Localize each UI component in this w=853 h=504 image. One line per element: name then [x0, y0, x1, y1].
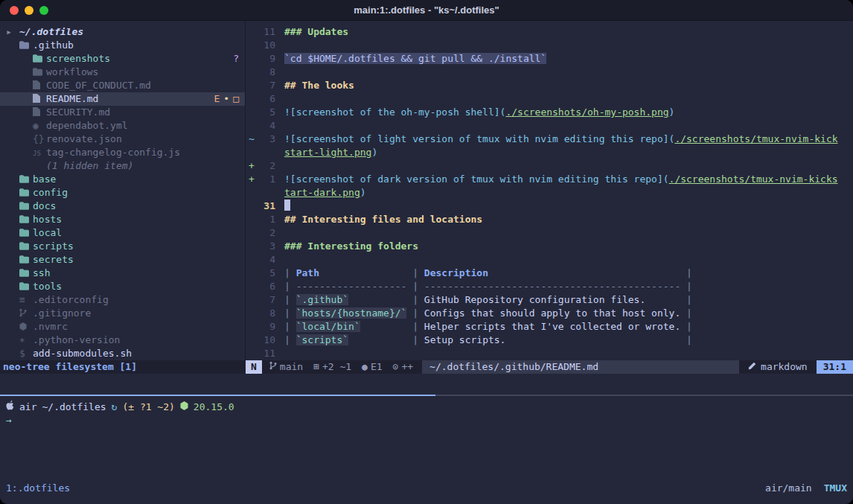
tree-item-local[interactable]: local [0, 226, 245, 240]
editor-line[interactable]: ~3![screenshot of light version of tmux … [246, 133, 853, 146]
editor-line[interactable]: 5| Path | Description | [246, 267, 853, 280]
tree-item-docs[interactable]: docs [0, 200, 245, 213]
text-segment: ./screenshots/tmux-nvim-kicks [669, 173, 838, 185]
editor-line[interactable]: 11 [246, 347, 853, 360]
text-segment: start-light.png [284, 147, 371, 158]
tree-item-readme.md[interactable]: README.mdE•□ [0, 92, 245, 106]
tree-item-secrets[interactable]: secrets [0, 253, 245, 267]
zoom-button[interactable] [39, 6, 48, 15]
folder-icon [19, 213, 33, 226]
editor-line[interactable]: 3### Interesting folders [246, 240, 853, 253]
editor-line[interactable]: +2 [246, 159, 853, 173]
editor-line[interactable]: 4 [246, 253, 853, 267]
close-button[interactable] [10, 6, 19, 15]
line-number: 3 [258, 240, 275, 253]
tree-item-label: (1 hidden item) [46, 160, 133, 171]
shell-pane[interactable]: air ~/.dotfiles ↻ (± ?1 ~2) 20.15.0 → [0, 396, 853, 480]
text-segment: Setup scripts. [424, 334, 506, 345]
editor-line[interactable]: 4 [246, 119, 853, 133]
tree-item-workflows[interactable]: workflows [0, 66, 245, 79]
tree-item-config[interactable]: config [0, 186, 245, 200]
text-segment: | [319, 267, 424, 278]
shell-prompt: air ~/.dotfiles ↻ (± ?1 ~2) 20.15.0 [6, 401, 853, 414]
tree-item-base[interactable]: base [0, 173, 245, 186]
editor-line[interactable]: 5![screenshot of the oh-my-posh shell](.… [246, 106, 853, 119]
editor-line[interactable]: +1![screenshot of dark version of tmux w… [246, 173, 853, 186]
editor-line[interactable]: 6 [246, 92, 853, 106]
tree-item-label: secrets [33, 254, 74, 265]
line-number: 4 [258, 253, 275, 267]
tree-item-tag-changelog-config.js[interactable]: JStag-changelog-config.js [0, 146, 245, 159]
editor-line[interactable]: 8| `hosts/{hostname}/` | Configs that sh… [246, 307, 853, 320]
editor-line[interactable]: 9`cd $HOME/.dotfiles && git pull && ./in… [246, 52, 853, 66]
pencil-icon [748, 360, 756, 374]
tree-item-add-submodules.sh[interactable]: $add-submodules.sh [0, 347, 245, 360]
text-segment: Path [296, 267, 319, 278]
editor-line[interactable]: 11### Updates [246, 25, 853, 39]
tree-item-label: local [33, 227, 62, 238]
tree-item-.github[interactable]: .github [0, 39, 245, 52]
tree-item-scripts[interactable]: scripts [0, 240, 245, 253]
tree-item-label: renovate.json [46, 133, 122, 144]
tree-item-label: README.md [46, 93, 98, 104]
text-segment: | [348, 334, 424, 345]
tree-item-screenshots[interactable]: screenshots? [0, 52, 245, 66]
tree-item-.editorconfig[interactable]: ≡.editorconfig [0, 293, 245, 307]
tree-item-.python-version[interactable]: ∗.python-version [0, 334, 245, 347]
editor-line[interactable]: 31 [246, 200, 853, 213]
editor-line[interactable]: 9| `local/bin` | Helper scripts that I'v… [246, 320, 853, 334]
editor-line[interactable]: 10| `scripts` | Setup scripts. | [246, 334, 853, 347]
editor-line[interactable]: 10 [246, 39, 853, 52]
tree-item-label: SECURITY.md [46, 106, 110, 118]
text-segment: ./screenshots/tmux-nvim-kick [674, 133, 837, 144]
tree-item-.nvmrc[interactable]: .nvmrc [0, 320, 245, 334]
text-segment: ) [371, 147, 377, 158]
line-number: 9 [258, 320, 275, 334]
text-segment: `cd $HOME/.dotfiles && git pull && ./ins… [284, 53, 546, 64]
tree-item-.gitignore[interactable]: .gitignore [0, 307, 245, 320]
braces-icon: {} [33, 133, 46, 146]
editor-line[interactable]: tart-dark.png) [246, 186, 853, 200]
editor-line[interactable]: 7## The looks [246, 79, 853, 92]
tree-item-hosts[interactable]: hosts [0, 213, 245, 226]
editor-line[interactable]: 8 [246, 66, 853, 79]
tree-item--1-hidden-item-[interactable]: (1 hidden item) [0, 159, 245, 173]
tmux-window-item[interactable]: 1:.dotfiles [6, 482, 70, 495]
tree-item-code_of_conduct.md[interactable]: CODE_OF_CONDUCT.md [0, 79, 245, 92]
line-number: 1 [258, 173, 275, 186]
neotree-panel[interactable]: ▸~/.dotfiles.githubscreenshots?workflows… [0, 21, 246, 360]
minimize-button[interactable] [25, 6, 33, 15]
apple-icon [6, 401, 14, 414]
statusline-token: ●E1 [362, 360, 382, 374]
line-number: 4 [258, 119, 275, 133]
tree-item-label: scripts [33, 240, 74, 252]
gear-icon: ◉ [33, 119, 46, 133]
line-number: 5 [258, 106, 275, 119]
line-number: 11 [258, 25, 275, 39]
statusline-token-text: ++ [401, 360, 413, 374]
editor-line[interactable]: 2 [246, 226, 853, 240]
editor-line[interactable]: 1## Interesting files and locations [246, 213, 853, 226]
tree-item-security.md[interactable]: SECURITY.md [0, 106, 245, 119]
text-segment: ./screenshots/oh-my-posh.png [505, 106, 668, 118]
statusline: neo-tree filesystem [1] N main⊞+2 ~1●E1⊙… [0, 360, 853, 374]
editor-line[interactable]: start-light.png) [246, 146, 853, 159]
editor-line[interactable]: 7| `.github` | GitHub Repository configu… [246, 293, 853, 307]
tree-item-dependabot.yml[interactable]: ◉dependabot.yml [0, 119, 245, 133]
tree-item-renovate.json[interactable]: {}renovate.json [0, 133, 245, 146]
cursor-position: 31:1 [817, 360, 853, 374]
editor-pane[interactable]: 11### Updates109`cd $HOME/.dotfiles && g… [246, 21, 853, 360]
folder-icon [19, 186, 33, 200]
text-segment: `local/bin` [296, 321, 360, 332]
mode-indicator: N [246, 360, 262, 374]
folder-icon [19, 280, 33, 293]
tree-item-tools[interactable]: tools [0, 280, 245, 293]
tree-item-label: .gitignore [33, 307, 91, 319]
tree-item-ssh[interactable]: ssh [0, 267, 245, 280]
text-segment: `scripts` [296, 334, 348, 345]
folder-icon [19, 253, 33, 267]
tree-item--.dotfiles[interactable]: ▸~/.dotfiles [0, 25, 245, 39]
line-number: 1 [258, 213, 275, 226]
line-number: 11 [258, 347, 275, 360]
editor-line[interactable]: 6| ------------------- | ---------------… [246, 280, 853, 293]
